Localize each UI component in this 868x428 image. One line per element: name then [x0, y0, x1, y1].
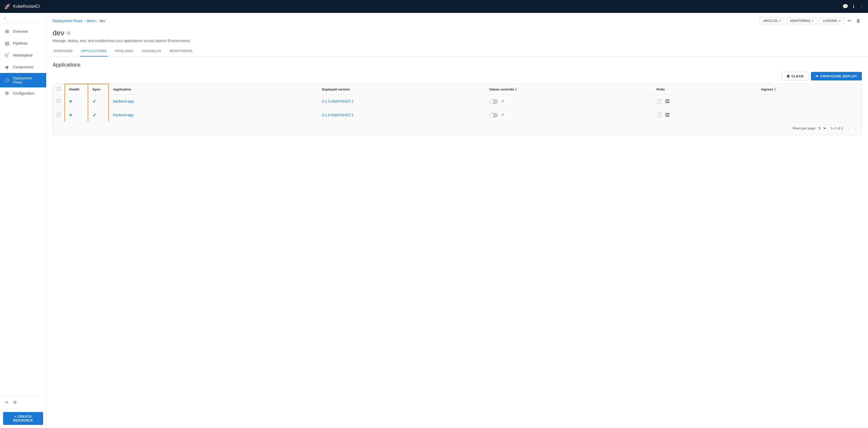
backend-app-link[interactable]: backend-app [113, 99, 134, 103]
row-1-pods-doc-icon[interactable]: 📄 [656, 99, 662, 104]
health-heart-icon: ♥ [69, 98, 72, 104]
row-2-application: frontend-app [108, 108, 318, 122]
tab-pipelines[interactable]: PIPELINES [114, 46, 135, 57]
values-override-info-icon[interactable]: ℹ [515, 87, 516, 91]
pagination-row: Rows per page: 5 10 25 1–2 of 2 ‹ › [53, 122, 862, 135]
pipelines-icon: ▤ [4, 40, 10, 46]
clean-icon: 🗑 [786, 74, 790, 78]
row-2-checkbox[interactable] [57, 113, 60, 116]
row-2-checkbox-cell [53, 108, 65, 122]
breadcrumb-current: dev [100, 19, 105, 23]
sidebar-item-components[interactable]: ◈ Components [0, 61, 46, 73]
th-sync: Sync [88, 84, 108, 95]
more-icon[interactable]: ⋮ [859, 4, 864, 9]
edit-button[interactable]: ✏ [846, 17, 852, 25]
logging-button[interactable]: LOGGING ↗ [819, 18, 844, 24]
sidebar: ‹ ⊞ Overview ▤ Pipelines 🛒 Marketplace ◈… [0, 13, 46, 428]
sidebar-item-overview[interactable]: ⊞ Overview [0, 26, 46, 37]
monitoring-button[interactable]: MONITORING ↗ [787, 18, 817, 24]
sidebar-item-deployment-flows[interactable]: ⬡ Deployment Flows [0, 73, 46, 88]
delete-button[interactable]: 🗑 [855, 17, 862, 25]
info-icon[interactable]: ℹ [853, 4, 855, 9]
clean-label: CLEAN [792, 74, 804, 78]
page-title-row: dev ⧉ [53, 29, 862, 37]
th-deployed-version: Deployed version [318, 84, 485, 95]
clean-button[interactable]: 🗑 CLEAN [781, 72, 809, 80]
monitoring-label: MONITORING [790, 19, 810, 23]
breadcrumb-link-deployment-flows[interactable]: Deployment Flows [53, 19, 82, 23]
navbar-logo: 🚀 [4, 3, 10, 9]
external-link-icon: ↗ [778, 19, 781, 23]
table-actions: 🗑 CLEAN ✏ CONFIGURE DEPLOY [53, 72, 862, 80]
applications-table: Health Sync Application Deployed version… [53, 84, 862, 122]
th-checkbox [53, 84, 65, 95]
edit-icon[interactable]: ✏ [4, 399, 9, 406]
navbar-left: 🚀 KubeRocketCI [4, 3, 40, 9]
sidebar-item-pipelines[interactable]: ▤ Pipelines [0, 37, 46, 49]
sync-check-icon: ✔ [92, 98, 97, 104]
row-1-application: backend-app [108, 95, 318, 108]
row-2-sync: ✔ [88, 108, 108, 122]
create-resource-button[interactable]: + CREATE RESOURCE [3, 412, 43, 425]
configure-deploy-button[interactable]: ✏ CONFIGURE DEPLOY [811, 72, 862, 80]
frontend-app-link[interactable]: frontend-app [113, 113, 133, 117]
table-row: ♥ ✔ backend-app 0.1.0-SNAPSHOT.1 [53, 95, 862, 108]
row-1-version: 0.1.0-SNAPSHOT.1 [318, 95, 485, 108]
tab-overview[interactable]: OVERVIEW [53, 46, 74, 57]
sidebar-item-label: Deployment Flows [13, 76, 42, 84]
rows-per-page-label: Rows per page: [793, 126, 816, 130]
breadcrumb-sep-2: / [97, 19, 98, 23]
sidebar-toggle[interactable]: ‹ [0, 13, 46, 24]
row-1-checkbox[interactable] [57, 99, 60, 103]
chat-icon[interactable]: 💬 [842, 4, 848, 9]
sidebar-item-configuration[interactable]: ⚙ Configuration [0, 88, 46, 99]
page-info: 1–2 of 2 [831, 126, 843, 130]
th-pods: Pods [652, 84, 757, 95]
row-1-values-override: ↗ [485, 95, 652, 108]
settings-icon[interactable]: ⚙ [12, 399, 18, 406]
ingress-info-icon[interactable]: ℹ [774, 87, 775, 91]
sidebar-item-label: Pipelines [13, 41, 28, 45]
table-header-row: Health Sync Application Deployed version… [53, 84, 862, 95]
row-2-pods-doc-icon[interactable]: 📄 [656, 112, 662, 118]
configuration-icon: ⚙ [4, 91, 10, 96]
prev-page-button[interactable]: ‹ [847, 125, 852, 131]
row-1-values-external-link-icon[interactable]: ↗ [501, 99, 504, 103]
th-values-override: Values override ℹ [485, 84, 652, 95]
breadcrumb-link-demo[interactable]: demo [87, 19, 95, 23]
sidebar-bottom: ✏ ⚙ [0, 396, 46, 409]
tab-applications[interactable]: APPLICATIONS [80, 46, 108, 57]
navbar-title: KubeRocketCI [13, 4, 40, 9]
row-2-pods-image-icon[interactable]: 🖼 [665, 112, 670, 118]
sync-check-icon-2: ✔ [92, 112, 97, 118]
row-2-health: ♥ [65, 108, 88, 122]
tab-monitoring[interactable]: MONITORING [168, 46, 193, 57]
row-2-values-external-link-icon[interactable]: ↗ [501, 113, 504, 117]
row-1-sync: ✔ [88, 95, 108, 108]
page-header: dev ⧉ Manage, deploy, test, and troubles… [46, 27, 868, 46]
breadcrumb-sep-1: / [84, 19, 85, 23]
row-1-values-toggle[interactable] [489, 99, 498, 104]
backend-app-version-link[interactable]: 0.1.0-SNAPSHOT.1 [322, 99, 354, 103]
main-layout: ‹ ⊞ Overview ▤ Pipelines 🛒 Marketplace ◈… [0, 13, 868, 428]
row-1-ingress [757, 95, 862, 108]
row-2-values-override: ↗ [485, 108, 652, 122]
applications-table-wrapper: Health Sync Application Deployed version… [53, 84, 862, 135]
frontend-app-version-link[interactable]: 0.1.0-SNAPSHOT.1 [322, 113, 354, 117]
next-page-button[interactable]: › [853, 125, 858, 131]
copy-icon[interactable]: ⧉ [67, 30, 70, 36]
navbar: 🚀 KubeRocketCI 💬 ℹ ⋮ [0, 0, 868, 13]
table-row: ♥ ✔ frontend-app 0.1.0-SNAPSHOT.1 [53, 108, 862, 122]
argo-cd-button[interactable]: ARGO CD ↗ [760, 18, 784, 24]
components-icon: ◈ [4, 64, 10, 70]
tab-variables[interactable]: VARIABLES [141, 46, 162, 57]
rows-per-page-select[interactable]: 5 10 25 [818, 126, 827, 130]
tabs-bar: OVERVIEW APPLICATIONS PIPELINES VARIABLE… [46, 46, 868, 57]
row-1-pods-image-icon[interactable]: 🖼 [665, 99, 670, 104]
row-2-values-toggle[interactable] [489, 113, 498, 118]
sidebar-item-marketplace[interactable]: 🛒 Marketplace [0, 49, 46, 61]
select-all-checkbox[interactable] [57, 87, 60, 91]
sidebar-item-label: Components [13, 65, 33, 69]
row-1-pods: 📄 🖼 [652, 95, 757, 108]
section-title: Applications [53, 62, 862, 68]
